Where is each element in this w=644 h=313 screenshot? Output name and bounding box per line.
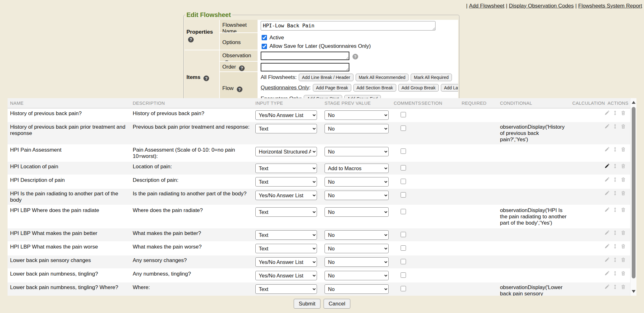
move-up-down-icon[interactable] xyxy=(613,230,618,235)
flow-action-button[interactable]: Mark All Recommended xyxy=(356,74,409,81)
comments-checkbox[interactable] xyxy=(401,286,406,291)
help-icon[interactable]: ? xyxy=(353,54,358,59)
edit-pencil-icon[interactable] xyxy=(604,257,609,262)
delete-trash-icon[interactable] xyxy=(621,110,626,115)
edit-pencil-icon[interactable] xyxy=(604,191,609,196)
comments-checkbox[interactable] xyxy=(401,272,406,278)
flow-action-button[interactable]: Add Line Break / Header xyxy=(299,74,353,81)
edit-pencil-icon[interactable] xyxy=(604,110,609,115)
vertical-scrollbar[interactable] xyxy=(630,98,636,296)
option-checkbox[interactable] xyxy=(262,35,267,40)
move-up-down-icon[interactable] xyxy=(613,164,618,169)
delete-trash-icon[interactable] xyxy=(621,271,626,276)
stage-prev-value-select[interactable]: No xyxy=(325,110,389,120)
input-type-select[interactable]: Yes/No Answer List xyxy=(255,271,317,280)
input-type-select[interactable]: Yes/No Answer List xyxy=(255,110,317,120)
edit-pencil-icon[interactable] xyxy=(604,164,609,169)
input-type-select[interactable]: Horizontal Structured Ans xyxy=(255,147,317,156)
stage-prev-value-select[interactable]: No xyxy=(325,147,389,156)
option-checkbox[interactable] xyxy=(262,44,267,49)
input-type-select[interactable]: Text xyxy=(255,230,317,240)
move-up-down-icon[interactable] xyxy=(613,257,618,262)
input-type-select[interactable]: Text xyxy=(255,284,317,294)
delete-trash-icon[interactable] xyxy=(621,284,626,289)
stage-prev-value-select[interactable]: No xyxy=(325,207,389,217)
comments-checkbox[interactable] xyxy=(401,259,406,264)
comments-checkbox[interactable] xyxy=(401,148,406,154)
delete-trash-icon[interactable] xyxy=(621,124,626,129)
move-up-down-icon[interactable] xyxy=(613,191,618,196)
items-section-label: Items ? xyxy=(185,50,219,103)
flow-action-button[interactable]: Add Group Break xyxy=(398,84,439,92)
comments-checkbox[interactable] xyxy=(401,179,406,184)
delete-trash-icon[interactable] xyxy=(621,207,626,212)
flow-action-button[interactable]: Add Page Break xyxy=(313,84,351,92)
comments-checkbox[interactable] xyxy=(401,245,406,251)
move-up-down-icon[interactable] xyxy=(613,207,618,212)
edit-pencil-icon[interactable] xyxy=(604,124,609,129)
stage-prev-value-select[interactable]: No xyxy=(325,177,389,187)
delete-trash-icon[interactable] xyxy=(621,191,626,196)
move-up-down-icon[interactable] xyxy=(613,124,618,129)
delete-trash-icon[interactable] xyxy=(621,147,626,152)
observation-input[interactable] xyxy=(261,52,349,60)
delete-trash-icon[interactable] xyxy=(621,257,626,262)
order-input[interactable] xyxy=(261,63,349,71)
top-link[interactable]: Display Observation Codes xyxy=(509,3,574,9)
help-icon[interactable]: ? xyxy=(239,65,245,71)
flow-action-button[interactable]: Mark All Required xyxy=(411,74,452,81)
move-up-down-icon[interactable] xyxy=(613,244,618,249)
comments-checkbox[interactable] xyxy=(401,165,406,170)
help-icon[interactable]: ? xyxy=(188,37,194,42)
delete-trash-icon[interactable] xyxy=(621,244,626,249)
edit-pencil-icon[interactable] xyxy=(604,147,609,152)
input-type-select[interactable]: Text xyxy=(255,207,317,217)
top-link[interactable]: Add Flowsheet xyxy=(469,3,504,9)
help-icon[interactable]: ? xyxy=(203,75,209,81)
flowsheet-name-input[interactable]: HPI-Low Back Pain xyxy=(261,21,436,31)
input-type-select[interactable]: Text xyxy=(255,124,317,133)
stage-prev-value-select[interactable]: No xyxy=(325,284,389,294)
stage-prev-value-select[interactable]: No xyxy=(325,271,389,280)
move-up-down-icon[interactable] xyxy=(613,110,618,115)
stage-prev-value-select[interactable]: No xyxy=(325,230,389,240)
stage-prev-value-select[interactable]: No xyxy=(325,191,389,200)
edit-pencil-icon[interactable] xyxy=(604,284,609,289)
stage-prev-value-select[interactable]: No xyxy=(325,124,389,133)
move-up-down-icon[interactable] xyxy=(613,147,618,152)
stage-prev-value-select[interactable]: No xyxy=(325,257,389,267)
comments-checkbox[interactable] xyxy=(401,192,406,198)
top-link[interactable]: Flowsheets System Report xyxy=(578,3,642,9)
input-type-select[interactable]: Yes/No Answer List xyxy=(255,257,317,267)
edit-pencil-icon[interactable] xyxy=(604,244,609,249)
comments-checkbox[interactable] xyxy=(401,232,406,237)
move-up-down-icon[interactable] xyxy=(613,271,618,276)
move-up-down-icon[interactable] xyxy=(613,177,618,182)
stage-prev-value-select[interactable]: No xyxy=(325,244,389,253)
edit-pencil-icon[interactable] xyxy=(604,177,609,182)
stage-prev-value-select[interactable]: Add to Macros xyxy=(325,164,389,173)
scroll-down-icon[interactable] xyxy=(632,290,636,293)
delete-trash-icon[interactable] xyxy=(621,177,626,182)
table-row: HPI Description of pain Description of p… xyxy=(8,175,630,188)
submit-button[interactable]: Submit xyxy=(294,299,320,309)
flow-action-button[interactable]: Add Section Break xyxy=(353,84,396,92)
comments-checkbox[interactable] xyxy=(401,209,406,214)
input-type-select[interactable]: Text xyxy=(255,177,317,187)
comments-checkbox[interactable] xyxy=(401,126,406,131)
delete-trash-icon[interactable] xyxy=(621,230,626,235)
scroll-up-icon[interactable] xyxy=(632,101,636,104)
flow-action-button[interactable]: Add Layout xyxy=(441,84,458,92)
edit-pencil-icon[interactable] xyxy=(604,207,609,212)
delete-trash-icon[interactable] xyxy=(621,164,626,169)
help-icon[interactable]: ? xyxy=(237,87,242,92)
edit-pencil-icon[interactable] xyxy=(604,230,609,235)
edit-pencil-icon[interactable] xyxy=(604,271,609,276)
cancel-button[interactable]: Cancel xyxy=(324,299,350,309)
comments-checkbox[interactable] xyxy=(401,112,406,117)
input-type-select[interactable]: Text xyxy=(255,164,317,173)
input-type-select[interactable]: Text xyxy=(255,244,317,253)
scrollbar-thumb[interactable] xyxy=(632,107,636,278)
input-type-select[interactable]: Yes/No Answer List xyxy=(255,191,317,200)
move-up-down-icon[interactable] xyxy=(613,284,618,289)
